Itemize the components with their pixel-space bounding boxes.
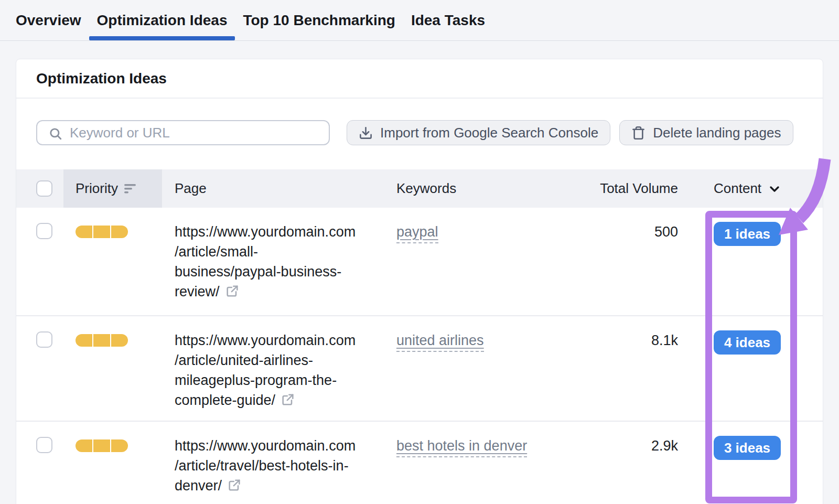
search-input-wrapper xyxy=(36,120,330,145)
keywords-header-label: Keywords xyxy=(396,180,456,197)
total-volume-header-label: Total Volume xyxy=(600,180,678,197)
content-header-label: Content xyxy=(714,180,761,197)
external-link-icon[interactable] xyxy=(227,478,242,492)
table-row: https://www.yourdomain.com /article/trav… xyxy=(16,421,823,504)
priority-indicator-high xyxy=(76,334,128,347)
delete-landing-pages-button[interactable]: Delete landing pages xyxy=(619,120,793,145)
search-input[interactable] xyxy=(37,121,329,144)
table-row: https://www.yourdomain.com /article/unit… xyxy=(16,315,823,421)
page-url-link[interactable]: https://www.yourdomain.com /article/smal… xyxy=(175,224,356,299)
column-header-total-volume[interactable]: Total Volume xyxy=(583,169,678,208)
optimization-ideas-card: Optimization Ideas Import from Google Se… xyxy=(16,59,823,504)
tab-overview[interactable]: Overview xyxy=(16,0,89,40)
sort-descending-icon xyxy=(124,183,137,195)
search-icon xyxy=(49,127,62,141)
tab-idea-tasks[interactable]: Idea Tasks xyxy=(403,0,493,40)
download-icon xyxy=(359,126,373,140)
page: Overview Optimization Ideas Top 10 Bench… xyxy=(0,0,839,504)
tab-optimization-ideas[interactable]: Optimization Ideas xyxy=(89,0,235,40)
total-volume-value: 500 xyxy=(583,208,678,315)
ideas-button[interactable]: 3 ideas xyxy=(714,436,781,460)
toolbar: Import from Google Search Console Delete… xyxy=(36,120,823,145)
tab-bar: Overview Optimization Ideas Top 10 Bench… xyxy=(0,0,839,41)
page-url-link[interactable]: https://www.yourdomain.com /article/unit… xyxy=(175,333,356,408)
external-link-icon[interactable] xyxy=(225,284,240,298)
column-header-priority[interactable]: Priority xyxy=(63,169,162,208)
table-header-row: Priority Page Keywords Total Volume Cont… xyxy=(16,169,823,208)
select-all-checkbox[interactable] xyxy=(36,180,52,197)
page-header-label: Page xyxy=(175,180,207,197)
card-header: Optimization Ideas xyxy=(16,59,823,99)
tab-top-10-benchmarking[interactable]: Top 10 Benchmarking xyxy=(235,0,403,40)
table-row: https://www.yourdomain.com /article/smal… xyxy=(16,208,823,315)
priority-header-label: Priority xyxy=(76,180,118,197)
trash-icon xyxy=(631,126,646,140)
column-header-content[interactable]: Content xyxy=(678,169,823,208)
delete-landing-pages-label: Delete landing pages xyxy=(653,125,781,141)
page-title: Optimization Ideas xyxy=(36,70,167,87)
keyword-link[interactable]: paypal xyxy=(396,224,438,243)
keyword-link[interactable]: united airlines xyxy=(396,333,484,352)
column-header-page[interactable]: Page xyxy=(162,169,394,208)
total-volume-value: 2.9k xyxy=(583,422,678,504)
import-gsc-label: Import from Google Search Console xyxy=(380,125,598,141)
chevron-down-icon xyxy=(768,183,781,195)
column-header-keywords[interactable]: Keywords xyxy=(394,169,583,208)
priority-indicator-high xyxy=(76,439,128,452)
ideas-button[interactable]: 1 ideas xyxy=(714,222,781,246)
total-volume-value: 8.1k xyxy=(583,316,678,421)
page-url-link[interactable]: https://www.yourdomain.com /article/trav… xyxy=(175,438,356,494)
priority-indicator-high xyxy=(76,226,128,238)
row-checkbox[interactable] xyxy=(36,437,52,453)
external-link-icon[interactable] xyxy=(281,392,295,407)
row-checkbox[interactable] xyxy=(36,331,52,348)
row-checkbox[interactable] xyxy=(36,223,52,239)
keyword-link[interactable]: best hotels in denver xyxy=(396,438,527,457)
ideas-button[interactable]: 4 ideas xyxy=(714,330,781,355)
import-gsc-button[interactable]: Import from Google Search Console xyxy=(347,120,610,145)
